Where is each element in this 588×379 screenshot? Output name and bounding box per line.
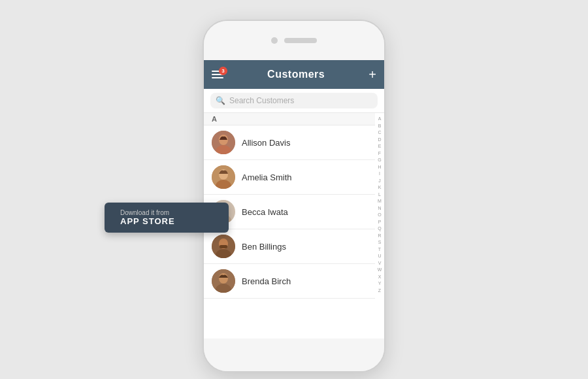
alpha-s[interactable]: S <box>378 239 382 246</box>
appstore-banner[interactable]: Download it from APP STORE <box>105 203 229 233</box>
alpha-f[interactable]: F <box>378 150 381 157</box>
alpha-a[interactable]: A <box>378 116 382 123</box>
menu-button[interactable]: 3 <box>212 71 223 78</box>
app-title: Customers <box>267 69 325 80</box>
alpha-b[interactable]: B <box>378 123 382 130</box>
alpha-u[interactable]: U <box>378 253 381 260</box>
avatar-allison <box>212 131 235 154</box>
list-content: A Allison Davis <box>204 113 375 338</box>
alpha-z[interactable]: Z <box>378 288 381 295</box>
section-header-a: A <box>204 113 375 125</box>
alpha-n[interactable]: N <box>378 205 381 212</box>
alpha-j[interactable]: J <box>378 178 381 185</box>
search-input-wrap[interactable]: 🔍 Search Customers <box>210 93 378 108</box>
alpha-i[interactable]: I <box>379 171 380 178</box>
add-customer-button[interactable]: + <box>368 68 376 81</box>
phone-bottom-bar <box>204 338 384 371</box>
customer-item-becca[interactable]: Becca Iwata <box>204 195 375 229</box>
alpha-index: A B C D E F G H I J K L M N O P Q <box>375 113 384 338</box>
alpha-d[interactable]: D <box>378 137 381 144</box>
alpha-l[interactable]: L <box>378 191 381 199</box>
svg-point-14 <box>219 273 228 284</box>
alpha-m[interactable]: M <box>378 198 382 205</box>
customer-item-amelia[interactable]: Amelia Smith <box>204 160 375 195</box>
avatar-brenda-svg <box>212 269 235 293</box>
avatar-amelia-svg <box>212 165 235 189</box>
avatar-amelia <box>212 165 235 189</box>
menu-badge: 3 <box>219 67 227 75</box>
customer-item-brenda[interactable]: Brenda Birch <box>204 264 375 299</box>
app-header: 3 Customers + <box>204 60 384 89</box>
customer-name-ben: Ben Billings <box>242 242 286 252</box>
alpha-x[interactable]: X <box>378 274 382 281</box>
phone-shell: 3 Customers + 🔍 Search Customers A <box>203 20 385 372</box>
alpha-g[interactable]: G <box>378 157 381 164</box>
banner-line2: APP STORE <box>120 216 175 226</box>
alpha-t[interactable]: T <box>378 246 381 254</box>
hamburger-line-3 <box>212 77 223 78</box>
search-placeholder: Search Customers <box>229 96 294 105</box>
alpha-p[interactable]: P <box>378 219 382 226</box>
search-bar: 🔍 Search Customers <box>204 89 384 113</box>
avatar-ben-svg <box>212 235 235 258</box>
customer-item-ben[interactable]: Ben Billings <box>204 229 375 264</box>
phone-top-bar <box>204 21 384 60</box>
banner-text: Download it from APP STORE <box>120 209 175 226</box>
avatar-ben <box>212 235 235 258</box>
avatar-allison-svg <box>212 131 235 154</box>
alpha-r[interactable]: R <box>378 233 381 240</box>
phone-camera <box>271 37 278 44</box>
customer-name-becca: Becca Iwata <box>242 207 288 217</box>
alpha-e[interactable]: E <box>378 143 382 150</box>
customer-name-allison: Allison Davis <box>242 138 290 148</box>
phone-screen: 3 Customers + 🔍 Search Customers A <box>204 60 384 338</box>
scene: 3 Customers + 🔍 Search Customers A <box>0 0 588 379</box>
alpha-c[interactable]: C <box>378 129 381 137</box>
alpha-o[interactable]: O <box>378 212 381 219</box>
alpha-w[interactable]: W <box>378 267 382 274</box>
alpha-k[interactable]: K <box>378 184 382 191</box>
alpha-q[interactable]: Q <box>378 225 381 233</box>
customer-name-brenda: Brenda Birch <box>242 276 291 286</box>
banner-line1: Download it from <box>120 209 175 216</box>
search-icon: 🔍 <box>216 96 225 105</box>
alpha-v[interactable]: V <box>378 260 382 267</box>
customer-name-amelia: Amelia Smith <box>242 173 292 182</box>
svg-rect-12 <box>220 245 227 248</box>
alpha-h[interactable]: H <box>378 164 381 171</box>
avatar-brenda <box>212 269 235 293</box>
customer-list: A Allison Davis <box>204 113 384 338</box>
alpha-y[interactable]: Y <box>378 280 382 288</box>
phone-speaker <box>284 38 317 43</box>
customer-item-allison[interactable]: Allison Davis <box>204 125 375 160</box>
